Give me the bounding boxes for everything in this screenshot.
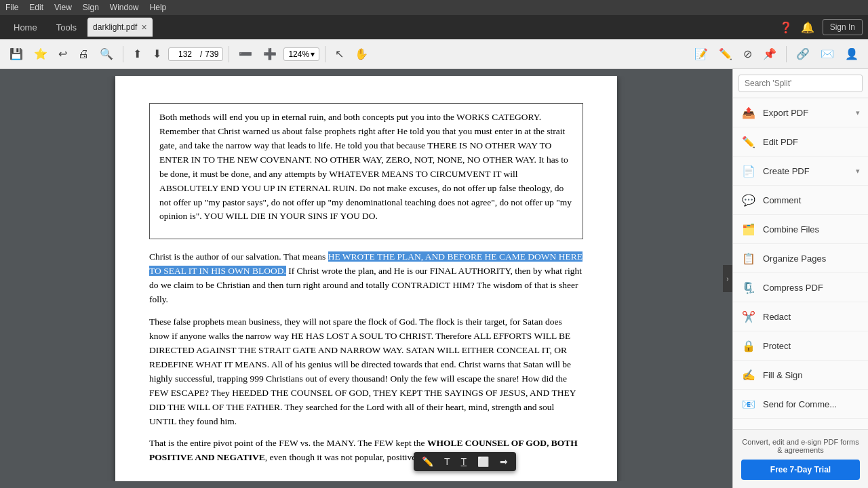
compress-pdf-icon: 🗜️ xyxy=(741,280,756,295)
edit-pdf-icon: ✏️ xyxy=(741,134,756,149)
float-arrow-button[interactable]: ➡ xyxy=(497,455,511,468)
boxed-paragraph: Both methods will end you up in eternal … xyxy=(149,103,583,239)
page-number-input[interactable]: 132 xyxy=(173,49,197,59)
pdf-page: Both methods will end you up in eternal … xyxy=(115,76,617,481)
edit-pdf-label: Edit PDF xyxy=(763,137,860,147)
sidebar-item-edit-pdf[interactable]: ✏️ Edit PDF xyxy=(733,127,868,157)
search-button[interactable]: 🔍 xyxy=(96,45,117,63)
sidebar-item-combine-files[interactable]: 🗂️ Combine Files xyxy=(733,215,868,244)
menu-view[interactable]: View xyxy=(54,3,72,12)
redact-label: Redact xyxy=(763,312,860,322)
pan-tool-button[interactable]: ✋ xyxy=(351,45,372,63)
paragraph2-before: Christ is the author of our salvation. T… xyxy=(149,251,328,262)
signin-button[interactable]: Sign In xyxy=(823,19,863,35)
comment-icon: 💬 xyxy=(741,192,756,207)
main-layout: Both methods will end you up in eternal … xyxy=(0,69,868,488)
sidebar-item-comment[interactable]: 💬 Comment xyxy=(733,186,868,215)
fill-sign-icon: ✍️ xyxy=(741,367,756,382)
stamp-button[interactable]: 📌 xyxy=(759,45,781,63)
export-pdf-icon: 📤 xyxy=(741,105,756,120)
organize-pages-icon: 📋 xyxy=(741,251,756,266)
create-pdf-label: Create PDF xyxy=(763,166,849,176)
menu-help[interactable]: Help xyxy=(150,3,167,12)
pen-button[interactable]: ✏️ xyxy=(715,45,736,63)
page-total: 739 xyxy=(205,49,218,59)
boxed-text: Both methods will end you up in eternal … xyxy=(159,110,573,224)
compress-pdf-label: Compress PDF xyxy=(763,283,860,293)
combine-files-icon: 🗂️ xyxy=(741,222,756,237)
page-separator: / xyxy=(200,49,202,59)
organize-pages-label: Organize Pages xyxy=(763,253,860,264)
annotate-button[interactable]: 📝 xyxy=(690,45,712,63)
pdf-area[interactable]: Both methods will end you up in eternal … xyxy=(0,69,732,488)
pdf-scroll[interactable]: Both methods will end you up in eternal … xyxy=(0,76,732,481)
float-box-button[interactable]: ⬜ xyxy=(475,455,492,468)
menu-bar: File Edit View Sign Window Help xyxy=(0,0,868,15)
zoom-out-button[interactable]: ➖ xyxy=(235,45,256,63)
redact-icon: ✂️ xyxy=(741,309,756,324)
tab-file[interactable]: darklight.pdf × xyxy=(87,18,153,37)
float-text-button[interactable]: T xyxy=(441,455,453,468)
next-page-button[interactable]: ⬇ xyxy=(149,45,165,63)
sidebar-item-create-pdf[interactable]: 📄 Create PDF ▾ xyxy=(733,157,868,186)
floating-toolbar: ✏️ T T ⬜ ➡ xyxy=(414,452,516,471)
email-button[interactable]: ✉️ xyxy=(816,45,838,63)
sidebar-item-compress-pdf[interactable]: 🗜️ Compress PDF xyxy=(733,273,868,302)
sidebar-item-export-pdf[interactable]: 📤 Export PDF ▾ xyxy=(733,98,868,127)
tab-tools[interactable]: Tools xyxy=(48,18,85,37)
paragraph3: These false prophets mean business, they… xyxy=(149,315,583,428)
print-button[interactable]: 🖨 xyxy=(74,45,93,63)
prev-page-button[interactable]: ⬆ xyxy=(129,45,146,63)
help-icon[interactable]: ❓ xyxy=(779,21,793,34)
share-link-button[interactable]: 🔗 xyxy=(792,45,814,63)
protect-icon: 🔒 xyxy=(741,338,756,353)
user-button[interactable]: 👤 xyxy=(841,45,863,63)
fill-sign-label: Fill & Sign xyxy=(763,370,860,380)
top-right-icons: ❓ 🔔 Sign In xyxy=(779,19,863,35)
divider-3 xyxy=(325,46,326,62)
comment-label: Comment xyxy=(763,195,860,205)
sidebar-search-input[interactable] xyxy=(738,75,863,92)
notification-icon[interactable]: 🔔 xyxy=(801,21,814,34)
tab-bar: Home Tools darklight.pdf × ❓ 🔔 Sign In xyxy=(0,15,868,39)
sidebar-item-fill-sign[interactable]: ✍️ Fill & Sign xyxy=(733,361,868,390)
create-pdf-arrow: ▾ xyxy=(856,167,860,176)
zoom-dropdown-icon[interactable]: ▾ xyxy=(311,49,315,59)
sidebar-item-redact[interactable]: ✂️ Redact xyxy=(733,302,868,331)
right-sidebar: 📤 Export PDF ▾ ✏️ Edit PDF 📄 Create PDF … xyxy=(732,69,868,488)
zoom-level: 124% xyxy=(288,49,309,59)
menu-window[interactable]: Window xyxy=(110,3,139,12)
divider-4 xyxy=(786,46,787,62)
send-comment-label: Send for Comme... xyxy=(763,399,860,409)
create-pdf-icon: 📄 xyxy=(741,163,756,178)
combine-files-label: Combine Files xyxy=(763,224,860,235)
paragraph4: That is the entire pivot point of the FE… xyxy=(149,436,583,465)
collapse-sidebar-button[interactable]: › xyxy=(723,265,732,292)
selection-tool-button[interactable]: ↖ xyxy=(331,45,348,63)
menu-edit[interactable]: Edit xyxy=(29,3,43,12)
close-tab-button[interactable]: × xyxy=(141,22,146,33)
menu-sign[interactable]: Sign xyxy=(83,3,99,12)
paragraph2-container: Christ is the author of our salvation. T… xyxy=(149,250,583,307)
sidebar-item-send-comment[interactable]: 📧 Send for Comme... xyxy=(733,390,868,419)
tab-home[interactable]: Home xyxy=(5,18,45,37)
free-trial-button[interactable]: Free 7-Day Trial xyxy=(741,460,860,480)
back-button[interactable]: ↩ xyxy=(54,45,71,63)
protect-label: Protect xyxy=(763,341,860,351)
paragraph2: Christ is the author of our salvation. T… xyxy=(149,250,583,307)
menu-file[interactable]: File xyxy=(5,3,18,12)
bookmark-button[interactable]: ⭐ xyxy=(30,45,52,63)
main-toolbar: 💾 ⭐ ↩ 🖨 🔍 ⬆ ⬇ 132 / 739 ➖ ➕ 124% ▾ ↖ ✋ 📝… xyxy=(0,39,868,69)
divider-2 xyxy=(229,46,229,62)
tab-file-label: darklight.pdf xyxy=(93,22,137,32)
eraser-button[interactable]: ⊘ xyxy=(739,45,756,63)
sidebar-item-protect[interactable]: 🔒 Protect xyxy=(733,331,868,361)
zoom-in-button[interactable]: ➕ xyxy=(259,45,281,63)
float-highlight-button[interactable]: ✏️ xyxy=(419,455,436,468)
sidebar-item-organize-pages[interactable]: 📋 Organize Pages xyxy=(733,244,868,273)
sidebar-bottom: Convert, edit and e-sign PDF forms & agr… xyxy=(733,429,868,488)
float-text-format-button[interactable]: T xyxy=(458,455,470,468)
sidebar-bottom-text: Convert, edit and e-sign PDF forms & agr… xyxy=(741,438,860,454)
sidebar-search-container xyxy=(733,69,868,98)
save-button[interactable]: 💾 xyxy=(5,45,27,63)
